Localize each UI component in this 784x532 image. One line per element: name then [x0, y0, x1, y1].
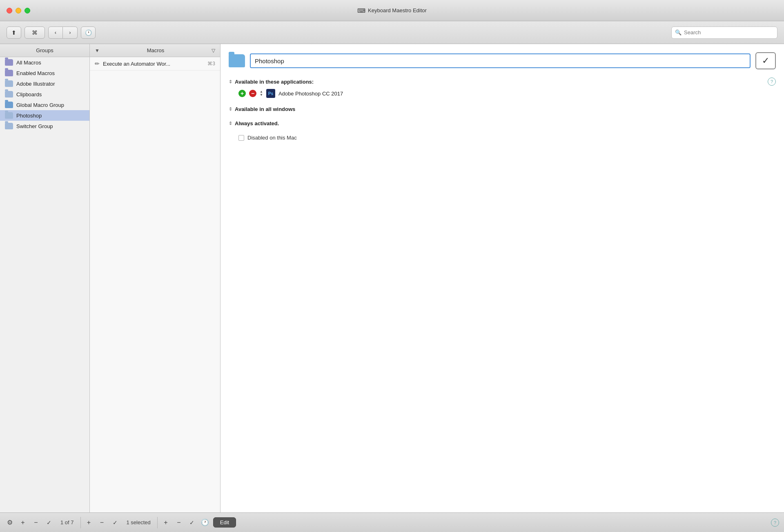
detail-header: ✓: [229, 52, 776, 69]
add-icon: +: [87, 519, 91, 526]
bottom-left-section: ⚙ + − ✓ 1 of 7: [5, 518, 77, 528]
folder-icon: [5, 91, 13, 98]
sidebar-item-all-macros[interactable]: All Macros: [0, 57, 89, 68]
remove-macro-button[interactable]: −: [97, 518, 107, 528]
filter-icon[interactable]: ▽: [212, 48, 215, 53]
collapse-arrow-icon: ⇕: [229, 79, 232, 84]
close-button[interactable]: [7, 8, 12, 13]
macros-count: 1 selected: [127, 519, 151, 525]
macro-edit-icon: ✏: [95, 60, 100, 67]
sort-arrows-icon[interactable]: ▲ ▼: [260, 90, 263, 97]
bottom-middle-section: + − ✓ 1 selected: [84, 518, 154, 528]
macro-item[interactable]: ✏ Execute an Automator Wor... ⌘3: [90, 57, 220, 71]
detail-folder-icon: [229, 54, 245, 67]
check-macro-button[interactable]: ✓: [110, 518, 120, 528]
search-icon: 🔍: [675, 29, 682, 35]
toolbar: ⬆ ⌘ ‹ › 🕐 🔍: [0, 21, 784, 44]
sidebar-item-switcher-group[interactable]: Switcher Group: [0, 121, 89, 131]
group-name-input[interactable]: [250, 53, 751, 68]
sidebar-item-global-macro-group[interactable]: Global Macro Group: [0, 100, 89, 110]
command-button[interactable]: ⌘: [24, 27, 45, 39]
check-icon: ✓: [113, 519, 118, 526]
windows-section: ⇕ Available in all windows: [229, 106, 776, 115]
minimize-button[interactable]: [16, 8, 21, 13]
minus-icon: −: [177, 519, 180, 526]
sidebar-items: All Macros Enabled Macros Adobe Illustra…: [0, 57, 89, 512]
back-button[interactable]: ‹: [48, 27, 63, 39]
title-bar: ⌨ Keyboard Maestro Editor: [0, 0, 784, 21]
traffic-lights: [7, 8, 30, 13]
forward-icon: ›: [69, 29, 71, 35]
photoshop-app-icon: Ps: [266, 89, 275, 98]
sidebar-item-clipboards[interactable]: Clipboards: [0, 89, 89, 100]
sidebar-item-adobe-illustrator[interactable]: Adobe Illustrator: [0, 78, 89, 89]
activation-toggle[interactable]: ⇕ Always activated.: [229, 120, 776, 126]
add-icon: +: [21, 519, 24, 526]
check-action-button[interactable]: ✓: [187, 518, 197, 528]
groups-count: 1 of 7: [60, 519, 74, 525]
share-button[interactable]: ⬆: [7, 27, 21, 39]
gear-icon: ⚙: [7, 519, 13, 526]
folder-icon: [5, 59, 13, 66]
clock-button[interactable]: 🕐: [200, 518, 210, 528]
main-content: Groups All Macros Enabled Macros Adobe I…: [0, 44, 784, 512]
folder-icon: [5, 123, 13, 129]
divider-2: [157, 517, 158, 528]
nav-group: ‹ ›: [48, 27, 78, 39]
edit-button[interactable]: Edit: [213, 517, 236, 528]
search-input[interactable]: [684, 29, 774, 35]
available-apps-toggle[interactable]: ⇕ Available in these applications: ?: [229, 78, 776, 86]
bottom-help-button[interactable]: ?: [771, 519, 779, 527]
sidebar-item-enabled-macros[interactable]: Enabled Macros: [0, 68, 89, 78]
bottom-right-section: + − ✓ 🕐 Edit: [161, 517, 236, 528]
forward-button[interactable]: ›: [63, 27, 78, 39]
macros-header: ▼ Macros ▽: [90, 44, 220, 57]
sidebar: Groups All Macros Enabled Macros Adobe I…: [0, 44, 90, 512]
remove-app-button[interactable]: −: [249, 90, 256, 97]
checkmark-icon: ✓: [762, 55, 769, 66]
search-box: 🔍: [671, 27, 777, 39]
folder-icon: [5, 102, 13, 108]
confirm-button[interactable]: ✓: [755, 52, 776, 69]
check-icon: ✓: [47, 519, 51, 526]
history-button[interactable]: 🕐: [81, 27, 96, 39]
sidebar-header: Groups: [0, 44, 89, 57]
app-row: + − ▲ ▼ Ps Adobe Photoshop CC 2017: [229, 89, 776, 98]
help-button[interactable]: ?: [768, 78, 776, 86]
add-action-button[interactable]: +: [161, 518, 171, 528]
disabled-checkbox[interactable]: [238, 135, 244, 141]
share-icon: ⬆: [11, 29, 16, 36]
folder-icon: [5, 80, 13, 87]
activation-section: ⇕ Always activated.: [229, 120, 776, 130]
macros-panel: ▼ Macros ▽ ✏ Execute an Automator Wor...…: [90, 44, 220, 512]
detail-panel: ✓ ⇕ Available in these applications: ? +…: [220, 44, 784, 512]
toolbar-left: ⬆ ⌘ ‹ › 🕐: [7, 27, 96, 39]
add-group-button[interactable]: +: [18, 518, 28, 528]
filter-down-icon[interactable]: ▼: [95, 48, 100, 53]
windows-toggle[interactable]: ⇕ Available in all windows: [229, 106, 776, 112]
add-macro-button[interactable]: +: [84, 518, 94, 528]
command-icon: ⌘: [32, 29, 38, 36]
add-app-button[interactable]: +: [238, 90, 246, 97]
remove-group-button[interactable]: −: [31, 518, 41, 528]
disabled-row: Disabled on this Mac: [229, 135, 776, 141]
minus-icon: −: [34, 519, 38, 526]
history-icon: 🕐: [85, 29, 92, 36]
check-group-button[interactable]: ✓: [44, 518, 54, 528]
collapse-arrow-icon: ⇕: [229, 121, 232, 126]
available-apps-section: ⇕ Available in these applications: ? + −…: [229, 78, 776, 101]
keyboard-icon: ⌨: [357, 7, 365, 14]
divider-1: [80, 517, 81, 528]
remove-action-button[interactable]: −: [174, 518, 184, 528]
sidebar-item-photoshop[interactable]: Photoshop: [0, 110, 89, 121]
folder-icon: [5, 70, 13, 76]
folder-icon: [5, 112, 13, 119]
back-icon: ‹: [55, 29, 56, 35]
clock-icon: 🕐: [201, 519, 209, 526]
maximize-button[interactable]: [24, 8, 30, 13]
add-icon: +: [164, 519, 167, 526]
check-icon: ✓: [189, 519, 194, 526]
window-title: ⌨ Keyboard Maestro Editor: [357, 7, 427, 14]
minus-icon: −: [100, 519, 104, 526]
gear-button[interactable]: ⚙: [5, 518, 15, 528]
